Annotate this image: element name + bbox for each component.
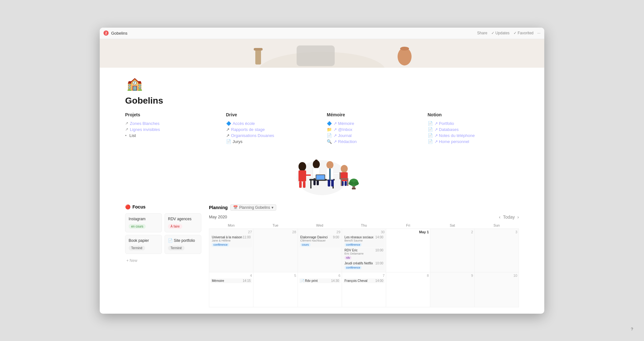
next-month-button[interactable]: › <box>517 215 519 220</box>
more-button[interactable]: ··· <box>537 31 540 35</box>
focus-grid: Instagram en cours RDV agences À faire B… <box>125 213 201 254</box>
memoire-item-3[interactable]: 📄 ↗ Journal <box>327 133 418 139</box>
cal-cell-wed-6[interactable]: 6 14:30 📄 Rdv print <box>298 272 342 307</box>
cal-cell-fri-8[interactable]: 8 <box>386 272 430 307</box>
focus-tag-2: À faire <box>168 224 182 229</box>
drive-label-2: Rapports de stage <box>231 127 265 132</box>
event-jeudi[interactable]: 10:00 Jeudi créatifs Netflix conférence <box>343 261 385 270</box>
drive-item-4[interactable]: 📄 Jurys <box>226 139 318 145</box>
event-etalonnage[interactable]: 9:00 Etalonnage Davinci Clément Nachbaue… <box>299 235 340 247</box>
team-illustration <box>281 152 363 197</box>
titlebar-left: 2 Gobelins <box>104 31 127 36</box>
cal-cell-sat-2[interactable]: 2 <box>430 228 474 272</box>
planning-selector[interactable]: 📅 Planning Gobelins ▾ <box>230 204 276 211</box>
date-30: 30 <box>343 230 385 234</box>
link-icon-3: ↗ <box>226 127 230 132</box>
cal-cell-sun-10[interactable]: 10 <box>474 272 519 307</box>
cal-cell-sat-9[interactable]: 9 <box>430 272 474 307</box>
focus-panel: 🔴 Focus Instagram en cours RDV agences À… <box>125 204 201 307</box>
projets-label-3: List <box>130 133 136 138</box>
svg-rect-33 <box>345 181 347 186</box>
notion-item-1[interactable]: 📄 ↗ Portfolio <box>428 120 519 126</box>
cal-cell-fri-1[interactable]: May 1 <box>386 228 430 272</box>
focus-card-title-3: Book papier <box>129 238 158 243</box>
planning-header: Planning 📅 Planning Gobelins ▾ <box>209 204 519 211</box>
notion-label-4: ↗ Home personnel <box>434 139 469 144</box>
focus-card-3[interactable]: Book papier Terminé <box>125 235 162 254</box>
svg-rect-26 <box>329 168 331 180</box>
app-icon: 2 <box>104 31 109 36</box>
event-reseaux[interactable]: 14:00 Les réseaux sociaux Benoît Saume c… <box>343 235 385 247</box>
drive-label-1: Accès école <box>233 121 255 126</box>
drive-label-3: Organisations Douanes <box>231 133 274 138</box>
projets-item-2[interactable]: ↗ Lignes invisibles <box>125 126 217 133</box>
cal-cell-thu-30[interactable]: 30 14:00 Les réseaux sociaux Benoît Saum… <box>342 228 386 272</box>
notion-title: Notion <box>428 112 519 117</box>
drive-item-3[interactable]: ↗ Organisations Douanes <box>226 133 318 139</box>
cal-cell-wed-29[interactable]: 29 9:00 Etalonnage Davinci Clément Nachb… <box>298 228 342 272</box>
projets-label-2: Lignes invisibles <box>130 127 160 132</box>
focus-icon: 🔴 <box>125 204 131 209</box>
svg-point-30 <box>341 165 348 173</box>
drive-item-1[interactable]: 🔷 Accès école <box>226 120 318 126</box>
svg-rect-3 <box>254 48 263 51</box>
drive-icon-4: 📄 <box>226 139 231 144</box>
event-tag-conference: conférence <box>212 243 229 247</box>
banner-illustration <box>100 39 544 68</box>
memoire-label-1: ↗ Mémoire <box>333 121 354 126</box>
svg-point-6 <box>400 47 409 51</box>
notion-label-3: ↗ Notes du téléphone <box>434 133 475 138</box>
cal-cell-mon-27[interactable]: 27 11:00 Universal à la maison Jane & Hé… <box>209 228 253 272</box>
svg-rect-37 <box>339 172 341 179</box>
focus-card-4[interactable]: 📄 Site portfolio Terminé <box>164 235 201 254</box>
drive-icon-1: 🔷 <box>226 121 231 126</box>
notion-icon-1: 📄 <box>428 121 433 126</box>
cal-cell-sun-3[interactable]: 3 <box>474 228 519 272</box>
page-content: 🏫 Gobelins Projets ↗ Zones Blanches ↗ Li… <box>100 68 544 314</box>
bottom-section: 🔴 Focus Instagram en cours RDV agences À… <box>125 204 519 307</box>
projets-item-3[interactable]: • List <box>125 133 217 139</box>
header-banner <box>100 39 544 68</box>
link-icon-4: ↗ <box>226 133 230 138</box>
drive-item-2[interactable]: ↗ Rapports de stage <box>226 126 318 133</box>
share-button[interactable]: Share <box>477 31 487 35</box>
cal-cell-tue-28[interactable]: 28 <box>253 228 298 272</box>
focus-card-2[interactable]: RDV agences À faire <box>164 213 201 232</box>
notion-item-2[interactable]: 📄 ↗ Databases <box>428 126 519 133</box>
memoire-label-2: ↗ @Inbox <box>333 127 352 132</box>
memoire-item-1[interactable]: 🔷 ↗ Mémoire <box>327 120 418 126</box>
event-universal[interactable]: 11:00 Universal à la maison Jane & Hélèn… <box>211 235 252 247</box>
memoire-item-2[interactable]: 📁 ↗ @Inbox <box>327 126 418 133</box>
memoire-icon-4: 🔍 <box>327 139 332 144</box>
event-rdv-print[interactable]: 14:30 📄 Rdv print <box>299 278 340 283</box>
focus-card-title-4: 📄 Site portfolio <box>168 238 198 243</box>
svg-rect-34 <box>340 178 348 180</box>
cal-cell-thu-7[interactable]: 7 14:00 François Cheval <box>342 272 386 307</box>
cal-cell-tue-5[interactable]: 5 <box>253 272 298 307</box>
svg-point-41 <box>354 181 359 185</box>
notion-item-3[interactable]: 📄 ↗ Notes du téléphone <box>428 133 519 139</box>
projets-item-1[interactable]: ↗ Zones Blanches <box>125 120 217 126</box>
cal-cell-mon-4[interactable]: 4 14:15 Mémoire <box>209 272 253 307</box>
svg-rect-35 <box>341 180 342 186</box>
svg-rect-28 <box>331 180 334 187</box>
favorited-button[interactable]: ✓ Favorited <box>513 31 533 35</box>
event-francois[interactable]: 14:00 François Cheval <box>343 278 385 283</box>
event-rdv-eric[interactable]: 10:00 RDV Eric Eric Delamarre rdv <box>343 248 385 260</box>
date-28: 28 <box>255 230 296 234</box>
updates-button[interactable]: ✓ Updates <box>491 31 510 35</box>
date-8: 8 <box>387 274 429 277</box>
memoire-icon-2: 📁 <box>327 127 332 132</box>
memoire-item-4[interactable]: 🔍 ↗ Rédaction <box>327 139 418 145</box>
svg-point-8 <box>299 162 306 171</box>
new-focus-button[interactable]: + New <box>125 257 201 264</box>
col-mon: Mon <box>209 222 253 229</box>
today-button[interactable]: Today <box>503 215 515 220</box>
memoire-section: Mémoire 🔷 ↗ Mémoire 📁 ↗ @Inbox 📄 ↗ Journ… <box>327 112 418 145</box>
notion-section: Notion 📄 ↗ Portfolio 📄 ↗ Databases 📄 ↗ N… <box>428 112 519 145</box>
notion-item-4[interactable]: 📄 ↗ Home personnel <box>428 139 519 145</box>
event-memoire[interactable]: 14:15 Mémoire <box>211 278 252 283</box>
focus-card-1[interactable]: Instagram en cours <box>125 213 162 232</box>
prev-month-button[interactable]: ‹ <box>499 215 500 220</box>
col-tue: Tue <box>253 222 298 229</box>
